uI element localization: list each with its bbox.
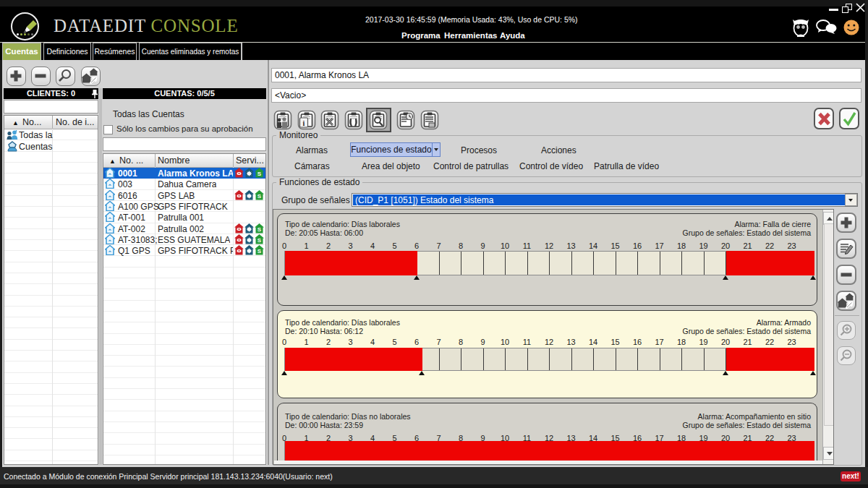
svg-text:S: S: [258, 226, 262, 233]
svg-text:S: S: [258, 193, 262, 200]
svg-text:S: S: [258, 171, 262, 177]
svg-text:S: S: [258, 248, 262, 254]
svg-text:i: i: [302, 119, 305, 127]
svg-text:S: S: [258, 237, 262, 244]
